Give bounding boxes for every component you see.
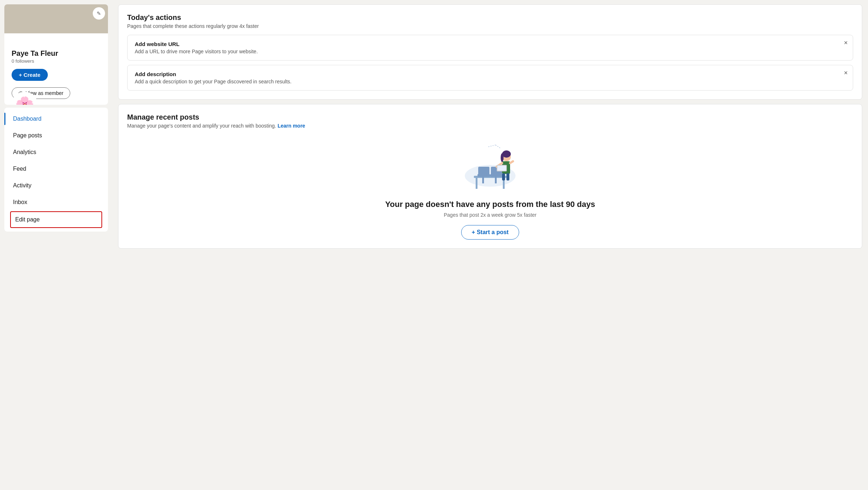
sidebar-item-label: Edit page bbox=[15, 216, 40, 223]
sidebar: ✎ 🌸 Paye Ta Fleur 0 followers + Create 👁… bbox=[0, 0, 112, 490]
sidebar-item-label: Inbox bbox=[13, 199, 27, 205]
empty-posts-title: Your page doesn't have any posts from th… bbox=[127, 200, 853, 209]
svg-line-21 bbox=[496, 145, 501, 149]
svg-rect-9 bbox=[495, 177, 497, 183]
add-website-desc: Add a URL to drive more Page visitors to… bbox=[135, 49, 846, 54]
illustration-svg bbox=[454, 136, 526, 194]
sidebar-nav: Dashboard Page posts Analytics Feed Acti… bbox=[4, 108, 108, 232]
svg-line-20 bbox=[488, 145, 496, 147]
add-description-action: Add description Add a quick description … bbox=[127, 65, 853, 91]
dismiss-add-description-button[interactable]: × bbox=[844, 70, 848, 76]
sidebar-item-label: Page posts bbox=[13, 132, 42, 139]
edit-banner-button[interactable]: ✎ bbox=[93, 7, 105, 20]
dismiss-add-website-button[interactable]: × bbox=[844, 40, 848, 46]
sidebar-item-feed[interactable]: Feed bbox=[4, 161, 108, 177]
sidebar-item-activity[interactable]: Activity bbox=[4, 177, 108, 194]
main-content: Today's actions Pages that complete thes… bbox=[112, 0, 868, 490]
sidebar-item-analytics[interactable]: Analytics bbox=[4, 144, 108, 161]
svg-rect-18 bbox=[502, 173, 505, 180]
sidebar-item-label: Feed bbox=[13, 166, 26, 172]
svg-rect-6 bbox=[482, 177, 484, 183]
manage-posts-subtitle-text: Manage your page's content and amplify y… bbox=[127, 123, 276, 129]
profile-banner: ✎ bbox=[4, 4, 108, 33]
close-icon: × bbox=[844, 69, 848, 76]
sidebar-item-label: Analytics bbox=[13, 149, 36, 155]
manage-posts-card: Manage recent posts Manage your page's c… bbox=[118, 104, 862, 249]
sidebar-item-label: Activity bbox=[13, 182, 32, 189]
pencil-icon: ✎ bbox=[97, 11, 101, 16]
sidebar-item-dashboard[interactable]: Dashboard bbox=[4, 111, 108, 127]
add-description-desc: Add a quick description to get your Page… bbox=[135, 79, 846, 84]
svg-rect-5 bbox=[478, 167, 489, 175]
todays-actions-title: Today's actions bbox=[127, 13, 853, 22]
profile-name: Paye Ta Fleur bbox=[12, 49, 101, 58]
learn-more-link[interactable]: Learn more bbox=[277, 123, 305, 129]
sidebar-item-inbox[interactable]: Inbox bbox=[4, 194, 108, 211]
create-button[interactable]: + Create bbox=[12, 69, 48, 81]
add-description-title: Add description bbox=[135, 71, 846, 77]
manage-posts-title: Manage recent posts bbox=[127, 113, 853, 121]
svg-rect-17 bbox=[497, 166, 506, 171]
empty-posts-illustration bbox=[127, 136, 853, 194]
svg-rect-2 bbox=[476, 178, 477, 189]
manage-posts-subtitle: Manage your page's content and amplify y… bbox=[127, 123, 853, 129]
empty-posts-subtitle: Pages that post 2x a week grow 5x faster bbox=[127, 212, 853, 218]
profile-card: ✎ 🌸 Paye Ta Fleur 0 followers + Create 👁… bbox=[4, 4, 108, 105]
followers-count: 0 followers bbox=[12, 58, 101, 64]
close-icon: × bbox=[844, 39, 848, 46]
svg-rect-19 bbox=[506, 173, 509, 180]
svg-point-12 bbox=[501, 153, 504, 162]
sidebar-item-label: Dashboard bbox=[13, 116, 41, 122]
todays-actions-subtitle: Pages that complete these actions regula… bbox=[127, 23, 853, 29]
avatar-emoji: 🌸 bbox=[15, 97, 34, 105]
sidebar-item-edit-page[interactable]: Edit page bbox=[10, 211, 102, 228]
add-website-title: Add website URL bbox=[135, 41, 846, 47]
sidebar-item-page-posts[interactable]: Page posts bbox=[4, 127, 108, 144]
svg-line-15 bbox=[510, 161, 513, 163]
todays-actions-card: Today's actions Pages that complete thes… bbox=[118, 4, 862, 100]
add-website-action: Add website URL Add a URL to drive more … bbox=[127, 35, 853, 61]
start-post-button[interactable]: + Start a post bbox=[461, 225, 519, 240]
